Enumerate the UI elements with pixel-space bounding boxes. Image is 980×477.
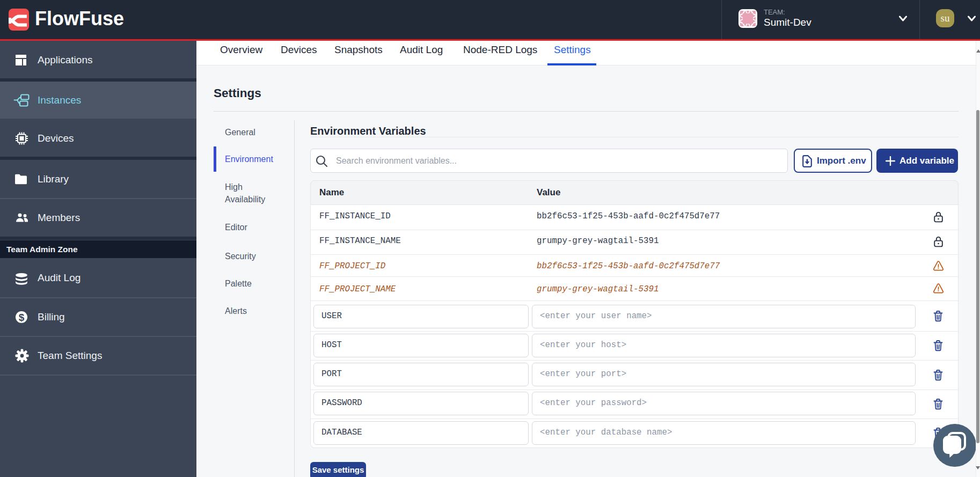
svg-text:$: $: [19, 312, 25, 323]
